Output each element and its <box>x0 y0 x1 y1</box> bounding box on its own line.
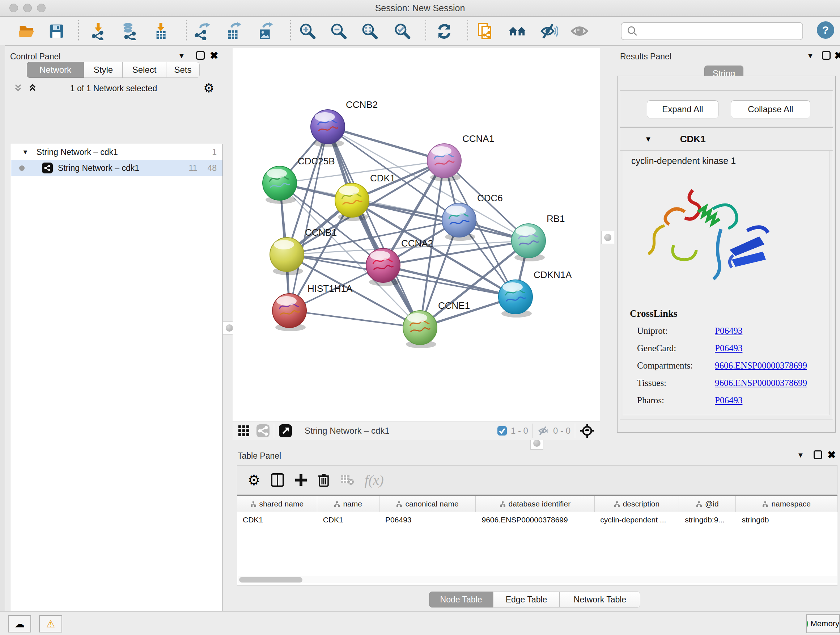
share-network-button[interactable] <box>256 424 270 437</box>
column-header[interactable]: namespace <box>736 496 837 512</box>
column-header[interactable]: canonical name <box>379 496 476 512</box>
network-collection-row[interactable]: ▼ String Network – cdk1 1 <box>11 144 223 160</box>
cell-name[interactable]: CDK1 <box>317 516 379 524</box>
export-image-button[interactable] <box>255 21 275 41</box>
crosslink-row: Compartments: 9606.ENSP00000378699 <box>637 361 829 371</box>
network-graph[interactable]: CCNB2CCNA1CDC25BCDK1CDC6RB1CCNB1CCNA2CDK… <box>233 48 600 421</box>
column-header[interactable]: @id <box>679 496 736 512</box>
network-node-cdkn1a[interactable]: CDKN1A <box>499 269 572 318</box>
birdseye-view-button[interactable] <box>238 424 250 437</box>
column-header[interactable]: name <box>317 496 379 512</box>
panel-float-icon[interactable] <box>822 51 831 60</box>
crosslink-link[interactable]: 9606.ENSP00000378699 <box>715 361 807 371</box>
network-row[interactable]: String Network – cdk1 11 48 <box>11 160 223 176</box>
help-button[interactable]: ? <box>817 21 834 39</box>
import-table-file-button[interactable] <box>150 21 171 41</box>
network-from-annotation-button[interactable] <box>475 21 496 41</box>
right-splitter-handle[interactable] <box>601 231 614 244</box>
cell-namespace[interactable]: stringdb <box>736 516 837 524</box>
network-node-ccnb2[interactable]: CCNB2 <box>311 99 378 147</box>
cell-id[interactable]: stringdb:9... <box>679 516 736 524</box>
network-node-hist1h1a[interactable]: HIST1H1A <box>272 283 353 331</box>
panel-close-icon[interactable]: ✖ <box>210 50 218 62</box>
network-canvas[interactable]: CCNB2CCNA1CDC25BCDK1CDC6RB1CCNB1CCNA2CDK… <box>233 48 600 421</box>
add-column-button[interactable] <box>294 473 308 486</box>
panel-close-icon[interactable]: ✖ <box>827 449 836 461</box>
zoom-out-button[interactable] <box>328 21 349 41</box>
show-columns-button[interactable] <box>271 473 284 487</box>
crosslink-label: Pharos: <box>637 395 715 405</box>
show-all-button[interactable] <box>569 21 590 41</box>
first-neighbors-button[interactable] <box>507 21 527 41</box>
export-network-button[interactable] <box>193 21 213 41</box>
zoom-in-button[interactable] <box>297 21 317 41</box>
column-header[interactable]: database identifier <box>476 496 594 512</box>
panel-collapse-icon[interactable]: ▼ <box>797 451 804 459</box>
tab-network[interactable]: Network <box>27 62 84 78</box>
import-network-database-button[interactable] <box>118 21 139 41</box>
cloud-status-button[interactable]: ☁ <box>8 615 31 632</box>
collapse-all-button[interactable]: Collapse All <box>731 100 810 119</box>
gene-section-header[interactable]: ▼ CDK1 <box>620 128 833 150</box>
search-input[interactable] <box>639 22 802 40</box>
fit-selected-crosshair-icon[interactable] <box>579 423 595 439</box>
collection-expand-icon[interactable]: ▼ <box>22 149 28 156</box>
cell-shared-name[interactable]: CDK1 <box>237 516 317 524</box>
scrollbar-thumb[interactable] <box>239 577 302 583</box>
open-session-button[interactable] <box>17 21 37 41</box>
panel-close-icon[interactable]: ✖ <box>834 50 840 62</box>
tab-sets[interactable]: Sets <box>166 62 200 78</box>
tab-edge-table[interactable]: Edge Table <box>493 592 560 608</box>
refresh-button[interactable] <box>434 21 454 41</box>
tab-select[interactable]: Select <box>123 62 166 78</box>
delete-column-button[interactable] <box>317 473 330 487</box>
crosslink-link[interactable]: 9606.ENSP00000378699 <box>715 378 807 388</box>
network-node-ccna1[interactable]: CCNA1 <box>427 133 494 181</box>
crosslink-row: Tissues: 9606.ENSP00000378699 <box>637 378 829 388</box>
selected-checkbox-icon[interactable] <box>497 426 507 436</box>
zoom-fit-button[interactable] <box>360 21 380 41</box>
panel-float-icon[interactable] <box>196 51 205 60</box>
node-label: CDC6 <box>477 193 503 203</box>
network-edge[interactable] <box>328 127 444 161</box>
memory-button[interactable]: Memory <box>806 614 840 633</box>
cell-description[interactable]: cyclin-dependent ... <box>594 516 679 524</box>
import-network-icon <box>89 22 107 40</box>
zoom-selected-button[interactable] <box>392 21 412 41</box>
warnings-button[interactable]: ⚠ <box>39 615 62 632</box>
cell-database-identifier[interactable]: 9606.ENSP00000378699 <box>476 516 594 524</box>
network-node-ccnb1[interactable]: CCNB1 <box>270 227 337 275</box>
crosslink-link[interactable]: P06493 <box>715 343 742 353</box>
export-table-button[interactable] <box>223 21 243 41</box>
crosslink-link[interactable]: P06493 <box>715 326 742 336</box>
node-label: CDK1 <box>370 173 395 184</box>
column-header[interactable]: shared name <box>237 496 317 512</box>
network-edge[interactable] <box>289 310 420 328</box>
network-options-gear-icon[interactable]: ⚙ <box>203 81 214 95</box>
panel-float-icon[interactable] <box>813 450 822 459</box>
panel-collapse-icon[interactable]: ▼ <box>178 52 185 60</box>
hide-selected-button[interactable] <box>538 21 559 41</box>
tab-style[interactable]: Style <box>84 62 123 78</box>
crosslink-row: Pharos: P06493 <box>637 395 829 405</box>
gene-collapse-icon[interactable]: ▼ <box>645 135 652 143</box>
network-edge[interactable] <box>328 127 529 241</box>
network-node-ccne1[interactable]: CCNE1 <box>403 300 470 348</box>
export-table-icon <box>224 22 242 40</box>
expand-all-button[interactable]: Expand All <box>647 100 718 119</box>
table-horizontal-scrollbar[interactable] <box>238 576 837 583</box>
table-row[interactable]: CDK1 CDK1 P06493 9606.ENSP00000378699 cy… <box>237 512 837 527</box>
table-options-gear-icon[interactable]: ⚙ <box>248 472 261 488</box>
column-type-icon <box>396 501 402 507</box>
save-session-button[interactable] <box>46 21 66 41</box>
open-in-window-button[interactable] <box>279 424 292 438</box>
panel-collapse-icon[interactable]: ▼ <box>807 52 814 60</box>
tab-network-table[interactable]: Network Table <box>560 592 640 608</box>
tab-node-table[interactable]: Node Table <box>429 592 493 608</box>
crosslink-link[interactable]: P06493 <box>715 395 742 405</box>
column-header[interactable]: description <box>595 496 679 512</box>
import-network-file-button[interactable] <box>88 21 109 41</box>
network-node-rb1[interactable]: RB1 <box>512 213 565 261</box>
cell-canonical-name[interactable]: P06493 <box>379 516 476 524</box>
network-node-cdc25b[interactable]: CDC25B <box>263 156 335 204</box>
